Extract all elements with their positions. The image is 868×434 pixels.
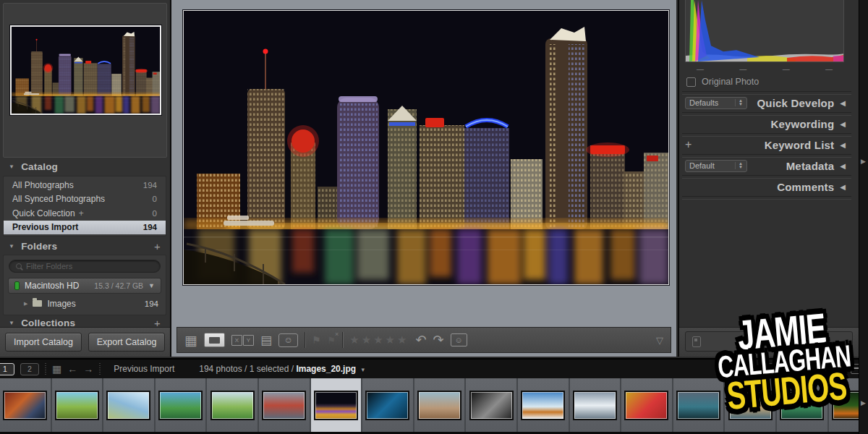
catalog-section-header[interactable]: ▼ Catalog bbox=[3, 159, 166, 174]
main-content-area: X Y ★★★★★ bbox=[171, 0, 676, 357]
folder-count: 194 bbox=[145, 299, 158, 308]
filmstrip-cell[interactable] bbox=[621, 378, 673, 432]
next-photo-arrow-icon[interactable] bbox=[83, 363, 93, 375]
filmstrip-cell[interactable] bbox=[52, 378, 104, 432]
stepper-icon[interactable]: ▲▼ bbox=[835, 365, 845, 373]
survey-view-icon[interactable] bbox=[260, 333, 272, 348]
filmstrip-source-label[interactable]: Previous Import bbox=[114, 364, 174, 374]
rotate-right-icon[interactable] bbox=[433, 332, 444, 348]
keywording-section: Keywording bbox=[685, 115, 846, 132]
flag-pick-icon[interactable] bbox=[312, 333, 321, 346]
filmstrip-cell[interactable] bbox=[207, 378, 259, 432]
right-panel-edge bbox=[859, 0, 868, 434]
panel-collapse-arrow-icon[interactable] bbox=[840, 162, 846, 170]
rotate-left-icon[interactable] bbox=[415, 332, 426, 348]
filmstrip-cell[interactable] bbox=[518, 378, 570, 432]
filmstrip-cell[interactable] bbox=[725, 378, 777, 432]
metadata-title[interactable]: Metadata bbox=[786, 160, 835, 172]
panel-collapse-arrow-icon[interactable] bbox=[840, 141, 846, 149]
filmstrip-cell[interactable] bbox=[362, 378, 414, 432]
export-catalog-button[interactable]: Export Catalog bbox=[88, 333, 165, 352]
thumbnail-image bbox=[106, 391, 150, 420]
add-keyword-button[interactable]: + bbox=[685, 138, 692, 151]
volume-capacity: 15.3 / 42.7 GB bbox=[94, 281, 143, 290]
keywording-title[interactable]: Keywording bbox=[770, 118, 834, 130]
histogram-clipping-markers: — — — — bbox=[685, 65, 844, 73]
toolbar-options-dropdown-icon[interactable] bbox=[656, 333, 663, 346]
flag-reject-icon[interactable] bbox=[328, 333, 336, 346]
sync-settings-button[interactable]: Sync Settings bbox=[685, 331, 853, 352]
second-window-button[interactable]: 2 bbox=[20, 363, 39, 375]
metadata-preset-dropdown[interactable]: Default ▲▼ bbox=[685, 160, 747, 172]
filename-dropdown-caret-icon[interactable]: ▾ bbox=[361, 366, 365, 373]
volume-row-macintosh-hd[interactable]: Macintosh HD 15.3 / 42.7 GB ▼ bbox=[8, 278, 161, 294]
folders-section-header[interactable]: ▼ Folders + bbox=[3, 239, 166, 253]
compare-view-icon[interactable]: X Y bbox=[231, 335, 254, 346]
folders-header-label: Folders bbox=[21, 241, 57, 252]
catalog-row[interactable]: Quick Collection + 0 bbox=[4, 206, 166, 221]
search-icon bbox=[16, 263, 22, 269]
divider-dots bbox=[45, 363, 46, 375]
panel-collapse-arrow-icon[interactable] bbox=[840, 120, 846, 128]
filmstrip-cell[interactable] bbox=[156, 378, 208, 432]
thumbnail-image bbox=[55, 391, 99, 420]
panel-collapse-arrow-icon[interactable] bbox=[840, 183, 846, 191]
original-photo-checkbox[interactable] bbox=[686, 77, 696, 87]
panel-collapse-arrow-icon[interactable] bbox=[840, 99, 846, 107]
current-filename: Images_20.jpg bbox=[296, 364, 356, 374]
star-rating[interactable]: ★★★★★ bbox=[349, 333, 409, 346]
folder-row-images[interactable]: ▶ Images 194 bbox=[4, 297, 166, 311]
filmstrip-scroll-arrow-icon[interactable] bbox=[861, 399, 866, 407]
loupe-view-icon-active[interactable] bbox=[204, 333, 225, 347]
histogram-marker[interactable]: — bbox=[783, 65, 790, 73]
histogram-marker[interactable]: — bbox=[697, 65, 704, 73]
catalog-row[interactable]: All Photographs 194 bbox=[4, 178, 166, 192]
filter-preset-dropdown[interactable]: ▲▼ bbox=[760, 363, 846, 375]
thumbnail-image bbox=[780, 391, 824, 420]
add-folder-button[interactable]: + bbox=[154, 240, 161, 252]
filmstrip-cell[interactable] bbox=[311, 378, 363, 432]
filmstrip-cell[interactable] bbox=[0, 378, 52, 432]
main-photo-city-night-skyline[interactable] bbox=[183, 10, 669, 285]
catalog-row[interactable]: Previous Import 194 bbox=[4, 221, 166, 235]
histogram-marker[interactable]: — bbox=[825, 65, 833, 73]
grid-view-icon[interactable] bbox=[184, 332, 197, 349]
quick-develop-preset-dropdown[interactable]: Defaults ▲▼ bbox=[685, 97, 747, 109]
filmstrip-cell[interactable] bbox=[466, 378, 518, 432]
sync-settings-label: Sync Settings bbox=[740, 336, 798, 347]
filmstrip-cell[interactable] bbox=[103, 378, 156, 432]
stepper-icon[interactable]: ▲▼ bbox=[735, 162, 743, 169]
import-catalog-button[interactable]: Import Catalog bbox=[5, 333, 82, 352]
toolbar-divider bbox=[305, 332, 305, 348]
collapse-triangle-icon[interactable]: ▼ bbox=[9, 243, 14, 250]
collapse-triangle-icon[interactable]: ▼ bbox=[9, 320, 14, 326]
people-view-icon[interactable] bbox=[278, 333, 298, 347]
histogram-marker[interactable]: — bbox=[739, 65, 746, 73]
comments-title[interactable]: Comments bbox=[777, 181, 834, 193]
filmstrip-cell[interactable] bbox=[777, 378, 829, 432]
collapse-triangle-icon[interactable]: ▼ bbox=[9, 163, 14, 170]
preset-value: Default bbox=[689, 161, 715, 170]
filmstrip-cell[interactable] bbox=[673, 378, 726, 432]
previous-photo-arrow-icon[interactable] bbox=[67, 363, 77, 375]
quick-develop-title[interactable]: Quick Develop bbox=[757, 97, 834, 109]
quick-develop-section: Defaults ▲▼ Quick Develop bbox=[685, 94, 846, 111]
folder-name: Images bbox=[47, 299, 75, 309]
draw-face-region-icon[interactable] bbox=[451, 333, 467, 346]
filmstrip-cell[interactable] bbox=[414, 378, 467, 432]
catalog-row[interactable]: All Synced Photographs 0 bbox=[4, 192, 166, 207]
filmstrip-status-text[interactable]: 194 photos / 1 selected / Images_20.jpg … bbox=[199, 364, 365, 374]
go-to-grid-icon[interactable] bbox=[52, 362, 61, 375]
main-window-button[interactable]: 1 bbox=[0, 363, 14, 375]
toolbar-divider bbox=[342, 332, 343, 348]
stepper-icon[interactable]: ▲▼ bbox=[735, 99, 743, 106]
disclosure-triangle-icon[interactable]: ▶ bbox=[24, 301, 27, 307]
filmstrip-cell[interactable] bbox=[570, 378, 622, 432]
histogram[interactable] bbox=[685, 0, 844, 62]
keyword-list-title[interactable]: Keyword List bbox=[765, 139, 835, 151]
filter-folders-input[interactable]: Filter Folders bbox=[9, 260, 161, 273]
navigator-preview-image[interactable] bbox=[10, 25, 161, 115]
volume-collapse-icon[interactable]: ▼ bbox=[148, 282, 155, 289]
panel-expand-arrow-icon[interactable] bbox=[861, 158, 866, 165]
filmstrip-cell[interactable] bbox=[259, 378, 311, 432]
